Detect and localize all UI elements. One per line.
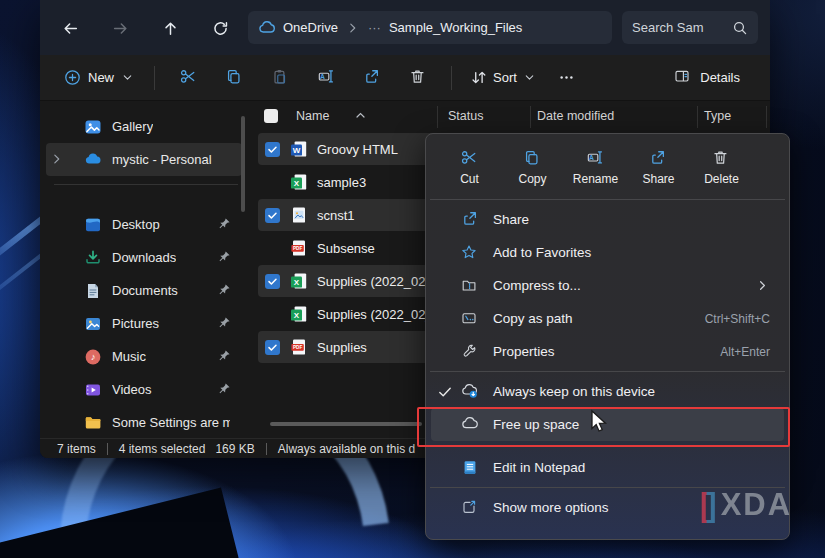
menu-command-label: Rename — [573, 172, 618, 186]
details-view-button[interactable]: Details — [666, 62, 748, 92]
menu-shortcut: Ctrl+Shift+C — [705, 312, 770, 326]
svg-text:PDF: PDF — [293, 345, 302, 350]
xda-watermark: [ ] XDA — [700, 487, 792, 523]
refresh-button[interactable] — [202, 10, 238, 46]
sidebar-item-videos[interactable]: Videos — [46, 373, 242, 406]
sidebar-item-desktop[interactable]: Desktop — [46, 208, 242, 241]
menu-command-delete[interactable]: Delete — [690, 140, 753, 194]
column-header-name[interactable]: Name — [296, 109, 329, 123]
search-box[interactable]: Search Sam — [622, 11, 758, 44]
menu-command-copy[interactable]: Copy — [501, 140, 564, 194]
menu-command-label: Delete — [704, 172, 739, 186]
delete-icon — [409, 68, 428, 87]
sidebar-item-gallery[interactable]: Gallery — [46, 110, 242, 143]
cut-button[interactable] — [168, 60, 208, 96]
delete-button[interactable] — [398, 60, 438, 96]
search-placeholder: Search Sam — [632, 20, 704, 35]
address-bar[interactable]: OneDrive ··· Sample_Working_Files — [248, 11, 612, 44]
file-list-header: NameStatusDate modifiedType — [248, 102, 770, 132]
pin-icon — [217, 283, 232, 302]
row-checkbox[interactable] — [265, 208, 280, 223]
notepad-icon — [461, 459, 479, 477]
rename-button[interactable]: A — [306, 60, 346, 96]
sidebar-scrollbar[interactable] — [241, 116, 245, 212]
file-name: Subsense — [317, 241, 375, 256]
more-options-button[interactable] — [547, 60, 587, 96]
forward-button[interactable] — [102, 10, 138, 46]
pdf-file-icon: PDF — [290, 338, 308, 356]
menu-command-label: Copy — [518, 172, 546, 186]
menu-item-edit-in-notepad[interactable]: Edit in Notepad — [431, 451, 784, 484]
breadcrumb-folder[interactable]: Sample_Working_Files — [389, 20, 522, 35]
navigation-bar: OneDrive ··· Sample_Working_Files Search… — [40, 0, 770, 55]
sidebar-item-mystic-personal[interactable]: mystic - Personal — [46, 143, 242, 176]
column-divider[interactable] — [766, 106, 767, 128]
sidebar-item-music[interactable]: ♪Music — [46, 340, 242, 373]
row-checkbox[interactable] — [265, 340, 280, 355]
row-checkbox[interactable] — [265, 274, 280, 289]
menu-command-cut[interactable]: Cut — [438, 140, 501, 194]
command-toolbar: New A Sort Details — [40, 55, 770, 101]
plus-circle-icon — [64, 69, 81, 86]
svg-text:A: A — [589, 153, 594, 160]
svg-text:♪: ♪ — [91, 351, 96, 362]
menu-item-properties[interactable]: PropertiesAlt+Enter — [431, 335, 784, 368]
paste-button[interactable] — [260, 60, 300, 96]
sidebar-divider — [54, 184, 238, 185]
file-name: Supplies (2022_02_2 — [317, 307, 440, 322]
column-header-type[interactable]: Type — [704, 109, 731, 123]
search-icon — [732, 20, 748, 36]
delete-icon — [712, 149, 731, 168]
up-button[interactable] — [152, 10, 188, 46]
sidebar-item-some-settings-are-mana[interactable]: Some Settings are mana — [46, 406, 242, 438]
menu-command-share[interactable]: Share — [627, 140, 690, 194]
column-divider[interactable] — [697, 106, 698, 128]
xda-logo-text: XDA — [721, 487, 792, 523]
menu-separator — [430, 371, 785, 372]
menu-item-compress-to[interactable]: Compress to... — [431, 269, 784, 302]
sidebar-item-pictures[interactable]: Pictures — [46, 307, 242, 340]
menu-item-copy-as-path[interactable]: Copy as pathCtrl+Shift+C — [431, 302, 784, 335]
new-button[interactable]: New — [54, 63, 144, 92]
sidebar-item-documents[interactable]: Documents — [46, 274, 242, 307]
pin-icon — [217, 316, 232, 335]
copy-icon — [225, 68, 244, 87]
file-name: sample3 — [317, 175, 366, 190]
excel-file-icon: X — [290, 173, 308, 191]
menu-item-share[interactable]: Share — [431, 203, 784, 236]
chevron-down-icon — [121, 71, 134, 84]
sidebar-item-downloads[interactable]: Downloads — [46, 241, 242, 274]
menu-item-label: Always keep on this device — [493, 384, 778, 399]
column-divider[interactable] — [530, 106, 531, 128]
breadcrumb-drive[interactable]: OneDrive — [283, 20, 338, 35]
excel-file-icon: X — [290, 305, 308, 323]
documents-icon — [84, 282, 102, 300]
breadcrumb-ellipsis[interactable]: ··· — [368, 20, 381, 35]
menu-item-add-to-favorites[interactable]: Add to Favorites — [431, 236, 784, 269]
cut-icon — [460, 149, 479, 168]
column-divider[interactable] — [437, 106, 438, 128]
back-button[interactable] — [52, 10, 88, 46]
nav-buttons — [52, 10, 238, 46]
chevron-right-icon[interactable] — [50, 152, 64, 170]
wrench-icon — [461, 343, 479, 361]
row-checkbox[interactable] — [265, 142, 280, 157]
copy-button[interactable] — [214, 60, 254, 96]
item-count: 7 items — [57, 442, 96, 456]
sort-icon — [470, 69, 487, 86]
selection-count: 4 items selected — [119, 442, 206, 456]
chevron-right-icon — [346, 21, 360, 35]
svg-text:X: X — [294, 179, 300, 188]
up-icon — [162, 20, 179, 37]
column-header-date-modified[interactable]: Date modified — [537, 109, 614, 123]
menu-item-always-keep-on-this-device[interactable]: Always keep on this device — [431, 375, 784, 408]
select-all-checkbox[interactable] — [264, 109, 278, 123]
menu-shortcut: Alt+Enter — [720, 345, 770, 359]
column-header-status[interactable]: Status — [448, 109, 483, 123]
sort-button[interactable]: Sort — [462, 63, 544, 92]
svg-text:A: A — [320, 73, 325, 80]
toolbar-divider — [451, 66, 452, 90]
share-button[interactable] — [352, 60, 392, 96]
horizontal-scrollbar[interactable] — [270, 422, 422, 426]
menu-command-rename[interactable]: ARename — [564, 140, 627, 194]
